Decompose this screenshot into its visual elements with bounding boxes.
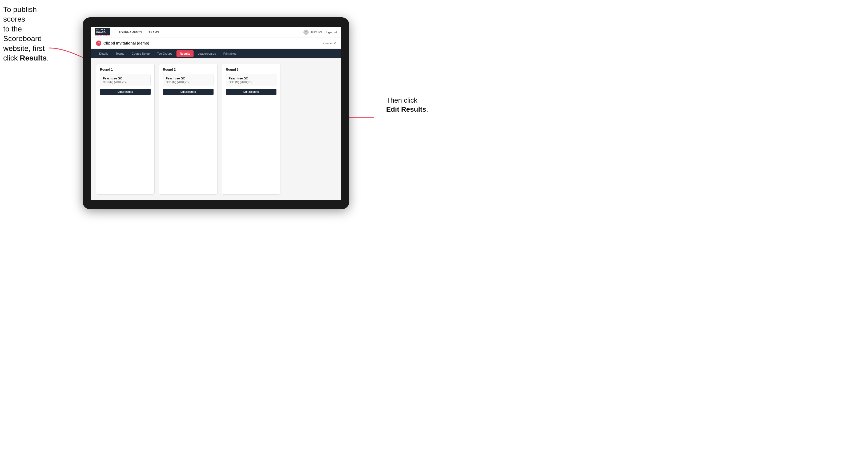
tablet-frame: SCOREBOARD Powered by clippd TOURNAMENTS… [83, 17, 349, 209]
edit-results-button-3[interactable]: Edit Results [226, 89, 276, 95]
instruction-right-line1: Then click [386, 96, 417, 104]
instruction-left: To publish scores to the Scoreboard webs… [3, 5, 57, 63]
user-avatar: T [303, 30, 309, 35]
course-name-1: Peachtree GC [103, 76, 148, 80]
user-text: Test User | [311, 31, 323, 34]
round-1-title: Round 1 [100, 68, 151, 71]
top-nav: SCOREBOARD Powered by clippd TOURNAMENTS… [91, 27, 341, 38]
instruction-line2: to the Scoreboard [3, 25, 42, 43]
tournament-name: Clippd Invitational (demo) [103, 41, 149, 45]
course-card-2: Peachtree GC Gold (M) (7010 yds) [163, 74, 214, 86]
nav-tournaments[interactable]: TOURNAMENTS [119, 31, 142, 34]
instruction-line3: website, first [3, 44, 45, 53]
nav-right: T Test User | Sign out [303, 30, 337, 35]
round-card-2: Round 2 Peachtree GC Gold (M) (7010 yds)… [159, 64, 218, 195]
course-name-3: Peachtree GC [229, 76, 274, 80]
tab-tee-groups[interactable]: Tee Groups [154, 51, 176, 57]
course-details-1: Gold (M) (7010 yds) [103, 81, 148, 84]
tab-printables[interactable]: Printables [220, 51, 240, 57]
close-icon: ✕ [334, 41, 336, 45]
instruction-line1: To publish scores [3, 5, 37, 23]
round-card-1: Round 1 Peachtree GC Gold (M) (7010 yds)… [96, 64, 155, 195]
round-3-title: Round 3 [226, 68, 276, 71]
tab-leaderboards[interactable]: Leaderboards [195, 51, 219, 57]
tournament-title-row: C Clippd Invitational (demo) [96, 40, 149, 46]
nav-teams[interactable]: TEAMS [149, 31, 159, 34]
edit-results-button-2[interactable]: Edit Results [163, 89, 214, 95]
logo-subtitle: Powered by clippd [95, 35, 110, 36]
cancel-label: Cancel [323, 41, 333, 45]
rounds-area: Round 1 Peachtree GC Gold (M) (7010 yds)… [91, 58, 341, 200]
course-card-3: Peachtree GC Gold (M) (7010 yds) [226, 74, 276, 86]
tournament-header: C Clippd Invitational (demo) Cancel ✕ [91, 38, 341, 49]
instruction-line4: click [3, 54, 20, 62]
round-card-3: Round 3 Peachtree GC Gold (M) (7010 yds)… [222, 64, 280, 195]
instruction-right-end: . [426, 105, 428, 113]
sign-out-link[interactable]: Sign out [326, 31, 337, 34]
instruction-end: . [46, 54, 49, 62]
course-name-2: Peachtree GC [166, 76, 211, 80]
sub-nav: Details Teams Course Setup Tee Groups Re… [91, 49, 341, 58]
course-details-2: Gold (M) (7010 yds) [166, 81, 211, 84]
course-card-1: Peachtree GC Gold (M) (7010 yds) [100, 74, 151, 86]
instruction-bold: Results [20, 54, 46, 62]
instruction-right-bold: Edit Results [386, 105, 426, 113]
tablet-screen: SCOREBOARD Powered by clippd TOURNAMENTS… [91, 27, 341, 200]
tab-course-setup[interactable]: Course Setup [128, 51, 153, 57]
edit-results-button-1[interactable]: Edit Results [100, 89, 151, 95]
instruction-right: Then click Edit Results. [386, 96, 428, 114]
cancel-button[interactable]: Cancel ✕ [323, 41, 336, 45]
tab-details[interactable]: Details [96, 51, 112, 57]
tournament-icon: C [96, 40, 101, 46]
tab-teams[interactable]: Teams [113, 51, 127, 57]
content-area: C Clippd Invitational (demo) Cancel ✕ De… [91, 38, 341, 200]
logo-box: SCOREBOARD [95, 28, 110, 35]
tab-results[interactable]: Results [177, 51, 193, 57]
course-details-3: Gold (M) (7010 yds) [229, 81, 274, 84]
logo-area: SCOREBOARD Powered by clippd [95, 28, 110, 36]
round-2-title: Round 2 [163, 68, 214, 71]
